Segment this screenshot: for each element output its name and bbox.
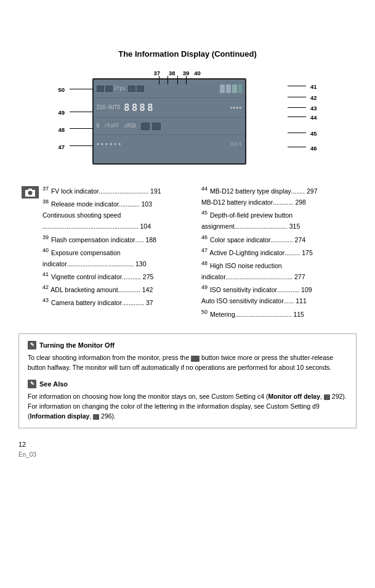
line-45 [288, 133, 306, 133]
svg-rect-2 [28, 189, 32, 190]
entry-50: 50 Metering.............................… [201, 308, 353, 319]
entry-42: 42 ADL bracketing amount............. 14… [42, 284, 194, 295]
lcd-colorspace: sRGB [124, 123, 135, 129]
label-49: 49 [58, 109, 65, 116]
svg-point-1 [28, 191, 33, 195]
entry-38c: ........................................… [42, 222, 194, 231]
page-ref-icon-2 [93, 414, 99, 420]
line-49 [70, 112, 93, 112]
note-icon-1: ✎ [28, 341, 36, 349]
label-46: 46 [310, 145, 317, 152]
entry-48: 48 High ISO noise reduction [201, 259, 353, 271]
monitor-delay-bold: Monitor off delay [268, 393, 320, 400]
label-47: 47 [58, 144, 65, 150]
page-ref-icon-1 [324, 394, 330, 400]
entry-48b: indicator...............................… [201, 272, 353, 282]
entry-45: 45 Depth-of-field preview button [201, 209, 353, 220]
lcd-icon3 [128, 86, 135, 92]
entry-46: 46 Color space indicator............. 27… [201, 234, 353, 245]
line-48 [70, 128, 93, 129]
label-44: 44 [310, 114, 317, 121]
entry-37: 37 FV lock indicator....................… [42, 185, 194, 196]
entry-39: 39 Flash compensation indicator..... 188 [42, 234, 194, 245]
diagram-wrapper: 37 38 39 40 2fps [58, 65, 317, 176]
camera-icon-badge [22, 186, 39, 198]
lcd-icon1 [97, 86, 104, 92]
camera-lcd: 2fps ISO-AUTO 8888 ●●●● N rFoFF [92, 78, 246, 165]
vline-37 [159, 76, 159, 84]
label-42: 42 [310, 94, 317, 101]
camera-icon [24, 186, 36, 198]
note-turning-monitor: ✎ Turning the Monitor Off To clear shoot… [28, 340, 347, 373]
lcd-digits: 8888 [124, 102, 155, 113]
label-41: 41 [310, 83, 317, 90]
label-38: 38 [169, 70, 175, 76]
note-body-2: For information on choosing how long the… [28, 392, 347, 421]
entry-44b: MB-D12 battery indicator............ 298 [201, 198, 353, 207]
lcd-icon2 [105, 86, 113, 92]
content-area: 37 FV lock indicator....................… [18, 185, 357, 321]
vline-38 [167, 76, 168, 84]
lcd-row4-right: 0.0 1 [231, 141, 242, 147]
entry-44: 44 MB-D12 battery type display........ 2… [201, 185, 353, 196]
entry-41: 41 Vignette control indicator...........… [42, 271, 194, 282]
lcd-iso: ISO-AUTO [97, 105, 121, 110]
lcd-icon4 [137, 86, 144, 92]
diagram-container: 37 38 39 40 2fps [18, 65, 357, 176]
lcd-battery-bar [220, 84, 242, 93]
entry-40: 40 Exposure compensation [42, 247, 194, 258]
footer-code: En_03 [18, 451, 357, 458]
lcd-mode: N [97, 123, 100, 129]
note-title-2: ✎ See Also [28, 379, 347, 390]
line-43 [288, 107, 306, 108]
info-display-bold: Information display [30, 412, 90, 420]
lcd-flash: rFoFF [104, 123, 119, 129]
label-48: 48 [58, 126, 65, 133]
label-43: 43 [310, 105, 317, 112]
entry-47: 47 Active D-Lighting indicator......... … [201, 247, 353, 258]
entry-49b: Auto ISO sensitivity indicator...... 111 [201, 296, 353, 306]
line-41 [288, 86, 306, 86]
lcd-fps: 2fps [114, 86, 126, 91]
note-box-container: ✎ Turning the Monitor Off To clear shoot… [18, 333, 357, 428]
line-44 [288, 116, 306, 117]
entries-col-left: 37 FV lock indicator....................… [39, 185, 198, 321]
note-see-also: ✎ See Also For information on choosing h… [28, 379, 347, 422]
label-45: 45 [310, 130, 317, 137]
entry-40b: indicator...............................… [42, 259, 194, 269]
label-50: 50 [58, 86, 65, 93]
entry-38: 38 Release mode indicator............ 10… [42, 198, 194, 209]
note-title-1: ✎ Turning the Monitor Off [28, 340, 347, 351]
entries-columns: 37 FV lock indicator....................… [39, 185, 357, 321]
line-46 [288, 147, 306, 147]
entry-43: 43 Camera battery indicator.............… [42, 296, 194, 308]
note-icon-2: ✎ [28, 380, 36, 388]
monitor-button-icon [191, 356, 200, 362]
lcd-icons-row3 [141, 123, 162, 130]
page-title: The Information Display (Continued) [18, 49, 357, 59]
line-50 [70, 89, 93, 89]
entry-49: 49 ISO sensitivity indicator............… [201, 284, 353, 295]
note-body-1: To clear shooting information from the m… [28, 353, 347, 373]
entry-38b: Continuous shooting speed [42, 211, 194, 220]
page-number: 12 [18, 441, 357, 448]
vline-39 [177, 76, 178, 84]
lcd-row4-content: ● ● ● ● ● ● [97, 141, 121, 147]
lcd-ev: ●●●● [230, 105, 241, 110]
vline-40 [186, 76, 187, 84]
entries-col-right: 44 MB-D12 battery type display........ 2… [198, 185, 357, 321]
entry-45b: assignment..............................… [201, 222, 353, 231]
label-40: 40 [194, 70, 201, 76]
line-47 [70, 145, 93, 146]
line-42 [288, 97, 306, 97]
